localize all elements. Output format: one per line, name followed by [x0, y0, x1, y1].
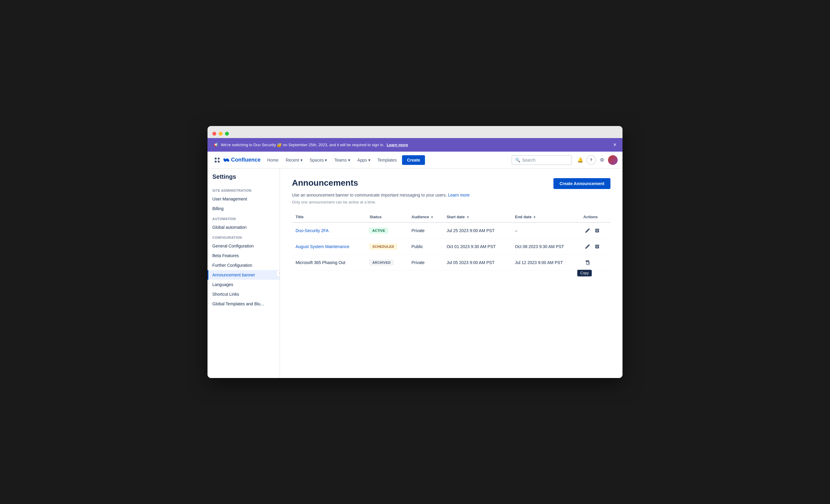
col-status: Status	[366, 212, 408, 223]
page-title: Announcements	[292, 178, 358, 188]
confluence-logo[interactable]: Confluence	[223, 157, 261, 163]
row2-actions	[583, 243, 607, 250]
duo-security-banner: 📢 We're switching to Duo Security 🔐 on S…	[208, 138, 622, 152]
svg-rect-2	[215, 161, 217, 163]
search-icon: 🔍	[515, 158, 520, 163]
search-placeholder-text: Search	[522, 158, 535, 163]
create-announcement-button[interactable]: Create Announcement	[553, 178, 610, 189]
svg-rect-1	[218, 158, 220, 160]
nav-templates[interactable]: Templates	[375, 156, 400, 164]
browser-window: 📢 We're switching to Duo Security 🔐 on S…	[208, 126, 622, 378]
row3-status-cell: ARCHIVED	[366, 255, 408, 271]
banner-learn-more-link[interactable]: Learn more	[387, 142, 408, 147]
row2-status-badge: SCHEDULED	[370, 244, 396, 249]
nav-teams[interactable]: Teams ▾	[331, 156, 353, 164]
section-label-automation: AUTOMATION	[208, 213, 280, 223]
row3-status-badge: ARCHIVED	[370, 260, 393, 265]
sidebar-item-announcement-banner[interactable]: Announcement banner	[208, 270, 280, 280]
row3-start-date-cell: Jul 05 2023 9:00 AM PST	[443, 255, 512, 271]
row1-actions-cell	[580, 223, 610, 239]
sidebar-item-further-configuration[interactable]: Further Configuration	[208, 261, 280, 270]
sidebar-item-beta-features[interactable]: Beta Features	[208, 251, 280, 261]
sidebar: Settings ‹ SITE ADMINISTRATION User Mana…	[208, 168, 280, 378]
row3-title-cell: Microsoft 365 Phasing Out	[292, 255, 366, 271]
col-end-date[interactable]: End date ⬍	[511, 212, 580, 223]
help-icon[interactable]: ?	[586, 155, 596, 165]
table-row: Duo-Security 2FA ACTIVE Private Jul 25 2…	[292, 223, 610, 239]
sidebar-item-shortcut-links[interactable]: Shortcut Links	[208, 290, 280, 299]
copy-tooltip: Copy	[577, 270, 592, 276]
search-box[interactable]: 🔍 Search	[512, 155, 572, 165]
content-description: Use an announcement banner to communicat…	[292, 193, 610, 197]
nav-recent[interactable]: Recent ▾	[283, 156, 305, 164]
row2-start-date-cell: Oct 01 2023 9:30 AM PST	[443, 239, 512, 255]
table-header: Title Status Audience ⬍ Start date ⬍ End…	[292, 212, 610, 223]
traffic-light-green[interactable]	[225, 132, 229, 136]
col-title: Title	[292, 212, 366, 223]
table-row: Microsoft 365 Phasing Out ARCHIVED Priva…	[292, 255, 610, 271]
svg-rect-3	[218, 161, 220, 163]
nav-spaces[interactable]: Spaces ▾	[307, 156, 330, 164]
sidebar-title: Settings	[208, 173, 280, 185]
nav-apps[interactable]: Apps ▾	[354, 156, 373, 164]
traffic-light-yellow[interactable]	[219, 132, 223, 136]
notifications-icon[interactable]: 🔔	[575, 155, 585, 165]
end-date-sort-icon: ⬍	[533, 215, 536, 219]
row2-end-date-cell: Oct 08 2023 9:30 AM PST	[511, 239, 580, 255]
section-label-configuration: CONFIGURATION	[208, 232, 280, 241]
row2-archive-button[interactable]	[593, 243, 601, 250]
table-body: Duo-Security 2FA ACTIVE Private Jul 25 2…	[292, 223, 610, 271]
row3-end-date-cell: Jul 12 2023 9:00 AM PST	[511, 255, 580, 271]
banner-icon: 📢	[214, 142, 218, 147]
nav-icons: 🔔 ? ⚙	[575, 155, 618, 165]
main-layout: Settings ‹ SITE ADMINISTRATION User Mana…	[208, 168, 622, 378]
apps-chevron-icon: ▾	[368, 158, 370, 163]
row1-status-cell: ACTIVE	[366, 223, 408, 239]
content-note: Only one announcement can be active at a…	[292, 200, 610, 204]
row1-title-link[interactable]: Duo-Security 2FA	[295, 228, 329, 233]
row1-status-badge: ACTIVE	[370, 228, 388, 233]
svg-rect-4	[595, 229, 599, 230]
sidebar-item-general-configuration[interactable]: General Configuration	[208, 241, 280, 251]
teams-chevron-icon: ▾	[348, 158, 350, 163]
row2-actions-cell	[580, 239, 610, 255]
row2-edit-button[interactable]	[583, 243, 592, 250]
row1-edit-button[interactable]	[583, 227, 592, 234]
grid-icon[interactable]	[212, 155, 222, 165]
description-learn-more-link[interactable]: Learn more	[448, 193, 470, 197]
banner-text: We're switching to Duo Security 🔐 on Sep…	[221, 142, 384, 147]
svg-rect-5	[595, 245, 599, 246]
row3-audience-cell: Private	[408, 255, 443, 271]
nav-create-button[interactable]: Create	[402, 155, 425, 165]
row1-title-cell: Duo-Security 2FA	[292, 223, 366, 239]
user-avatar[interactable]	[608, 155, 618, 165]
nav-home[interactable]: Home	[264, 156, 281, 164]
sidebar-item-billing[interactable]: Billing	[208, 204, 280, 213]
content-area: Announcements Create Announcement Use an…	[280, 168, 622, 378]
row2-title-link[interactable]: August System Maintenance	[295, 244, 349, 249]
sidebar-item-user-management[interactable]: User Management	[208, 194, 280, 204]
col-start-date[interactable]: Start date ⬍	[443, 212, 512, 223]
section-label-site-admin: SITE ADMINISTRATION	[208, 185, 280, 194]
sidebar-item-global-templates[interactable]: Global Templates and Blu...	[208, 299, 280, 309]
browser-chrome	[208, 126, 622, 138]
settings-icon[interactable]: ⚙	[597, 155, 607, 165]
row3-copy-tooltip-container: Copy	[583, 259, 592, 266]
row1-actions	[583, 227, 607, 234]
row3-actions: Copy	[583, 259, 607, 266]
svg-rect-0	[215, 158, 217, 160]
row3-copy-button[interactable]	[583, 259, 592, 266]
sidebar-item-global-automation[interactable]: Global automation	[208, 223, 280, 232]
row1-archive-button[interactable]	[593, 227, 601, 234]
content-header: Announcements Create Announcement	[292, 178, 610, 189]
banner-close-button[interactable]: ×	[613, 142, 616, 148]
row2-audience-cell: Public	[408, 239, 443, 255]
sidebar-item-languages[interactable]: Languages	[208, 280, 280, 290]
traffic-light-red[interactable]	[212, 132, 216, 136]
row1-start-date-cell: Jul 25 2023 9:00 AM PST	[443, 223, 512, 239]
spaces-chevron-icon: ▾	[325, 158, 327, 163]
row1-audience-cell: Private	[408, 223, 443, 239]
start-date-sort-icon: ⬍	[467, 215, 469, 219]
row2-status-cell: SCHEDULED	[366, 239, 408, 255]
col-audience[interactable]: Audience ⬍	[408, 212, 443, 223]
